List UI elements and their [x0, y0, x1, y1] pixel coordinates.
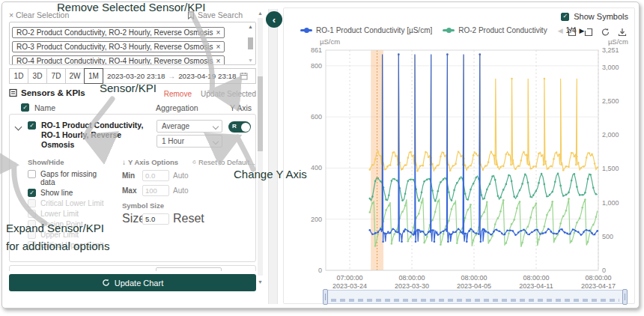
option-checkbox[interactable]: ✓ [28, 189, 36, 197]
chips-scrollbar[interactable]: ▲ ▼ [247, 24, 254, 63]
name-column-header: Name [34, 103, 55, 112]
right-axis-tick: 0 [602, 267, 606, 274]
chart-legend: RO-1 Product Conductivity [µS/cm]RO-2 Pr… [300, 26, 584, 34]
chart-range-navigator[interactable] [324, 290, 626, 304]
min-auto-label[interactable]: Auto [173, 171, 189, 180]
left-axis-tick: 0 [318, 267, 322, 274]
size-reset-button[interactable]: Reset [173, 212, 204, 225]
show-symbols-checkbox[interactable]: ✓ [561, 13, 569, 21]
sensor-chip[interactable]: RO-4 Product Conductivity, RO-4 Hourly, … [12, 55, 225, 65]
show-symbols-label: Show Symbols [574, 12, 628, 21]
panel-scroll-up-icon[interactable]: ▲ [257, 10, 264, 16]
reset-to-default-button[interactable]: Reset to Default... [192, 158, 255, 166]
collapse-panel-button[interactable]: ‹ [266, 11, 282, 28]
remove-link[interactable]: Remove [164, 90, 192, 98]
chips-scroll-thumb[interactable] [248, 37, 253, 49]
sensor-checkbox[interactable]: ✓ [28, 121, 36, 130]
clear-selection-button[interactable]: × Clear Selection [9, 10, 69, 19]
sensor-chip[interactable]: RO-2 Product Conductivity, RO-2 Hourly, … [12, 27, 225, 38]
option-checkbox[interactable] [28, 170, 36, 178]
x-tick-date: 2023-04-11 [519, 282, 553, 290]
right-axis-tick: 3,000 [602, 64, 619, 71]
right-axis-tick: 1,000 [602, 199, 619, 207]
selected-sensors-list: RO-2 Product Conductivity, RO-2 Hourly, … [9, 22, 256, 65]
legend-prev-icon[interactable]: ◀ [558, 27, 563, 34]
toggle-knob [241, 123, 250, 132]
zoom-select-icon[interactable] [568, 28, 577, 37]
update-chart-button[interactable]: Update Chart [9, 274, 256, 291]
select-all-checkbox[interactable]: ✓ [21, 103, 29, 112]
option-checkbox [28, 210, 36, 218]
sensor-row-ro1: ✓ RO-1 Product Conductivity, RO-1 Hourly… [9, 114, 256, 262]
option-checkbox-row: Lower Limit [28, 210, 118, 218]
refresh-chart-icon[interactable] [601, 28, 610, 37]
chips-scroll-up-icon[interactable]: ▲ [247, 24, 254, 29]
navigator-minichart [331, 299, 619, 302]
left-axis-tick: 600 [311, 113, 322, 121]
legend-marker [443, 29, 455, 31]
interval-select[interactable]: 1 Hour [157, 135, 222, 148]
option-checkbox-label: Critical Upper Limit [40, 241, 109, 249]
navigator-left-handle[interactable] [323, 289, 328, 305]
min-input[interactable] [142, 170, 169, 181]
collapse-row-chevron-icon[interactable] [16, 124, 22, 130]
left-axis-tick: 800 [311, 62, 322, 70]
legend-item[interactable]: RO-2 Product Conductivity [443, 26, 547, 34]
reset-icon [192, 159, 196, 165]
legend-label: RO-1 Product Conductivity [µS/cm] [316, 26, 432, 34]
range-button-2w[interactable]: 2W [65, 68, 85, 84]
zoom-reset-icon[interactable] [584, 28, 593, 37]
option-checkbox-label: Lower Limit [40, 210, 109, 218]
option-checkbox [28, 231, 36, 239]
x-tick-date: 2023-04-17 [581, 282, 616, 290]
x-tick-time: 08:00:00 [523, 274, 549, 282]
range-button-1d[interactable]: 1D [9, 68, 28, 84]
sensor-chip-label: RO-3 Product Conductivity, RO-3 Hourly, … [16, 43, 213, 51]
left-axis-tick: 200 [311, 216, 322, 223]
clear-icon: × [9, 10, 13, 19]
aggregation-select[interactable]: Average [157, 120, 222, 133]
sensor-chip[interactable]: RO-3 Product Conductivity, RO-3 Hourly, … [12, 41, 225, 52]
date-range-picker[interactable]: 2023-03-20 23:18 → 2023-04-19 23:18 [103, 68, 256, 84]
x-tick-time: 08:00:00 [399, 274, 425, 282]
panel-scroll-down-icon[interactable]: ▼ [257, 279, 264, 285]
yaxis-toggle[interactable]: R [228, 121, 251, 133]
show-hide-label: Show/Hide [28, 158, 64, 166]
date-arrow: → [168, 72, 175, 80]
range-button-1m[interactable]: 1M [84, 68, 103, 84]
save-search-button[interactable]: Save Search [187, 10, 243, 19]
option-checkbox-row: Critical Upper Limit [28, 241, 118, 249]
chip-remove-icon[interactable]: × [216, 43, 220, 51]
time-range-toolbar: 1D3D7D2W1M 2023-03-20 23:18 → 2023-04-19… [9, 68, 256, 84]
range-button-3d[interactable]: 3D [28, 68, 47, 84]
update-selected-link[interactable]: Update Selected [201, 90, 256, 98]
chip-remove-icon[interactable]: × [216, 57, 220, 65]
chips-scroll-down-icon[interactable]: ▼ [247, 58, 254, 63]
x-tick-date: 2023-03-30 [395, 282, 429, 290]
right-axis-tick: 2,000 [602, 131, 619, 139]
chip-remove-icon[interactable]: × [216, 28, 220, 37]
panel-scroll-thumb[interactable] [258, 76, 263, 151]
left-axis-unit: µS/cm [320, 38, 340, 46]
x-tick-time: 08:00:00 [461, 274, 487, 282]
option-checkbox-label: Critical Lower Limit [40, 199, 109, 207]
option-checkbox [28, 220, 36, 228]
sensor-config-panel: × Clear Selection Save Search RO-2 Produ… [6, 9, 264, 303]
conductivity-chart[interactable]: µS/cmµS/cm8613,251020040060080005001,000… [284, 38, 636, 290]
x-tick-time: 08:00:00 [585, 274, 611, 282]
range-button-7d[interactable]: 7D [46, 68, 66, 84]
legend-marker [300, 29, 312, 31]
date-from: 2023-03-20 23:18 [107, 72, 165, 80]
right-axis-tick: 500 [602, 233, 613, 240]
legend-item[interactable]: RO-1 Product Conductivity [µS/cm] [300, 26, 432, 34]
download-icon[interactable] [618, 28, 627, 37]
x-tick-date: 2023-03-24 [332, 282, 367, 290]
series-ro-3-product-conductivity [370, 55, 598, 171]
navigator-right-handle[interactable] [622, 289, 628, 305]
max-auto-label[interactable]: Auto [173, 186, 189, 195]
option-checkbox-label: Show line [40, 189, 109, 197]
yaxis-toggle-label: R [232, 123, 237, 130]
max-input[interactable] [142, 185, 169, 196]
size-input[interactable] [142, 213, 169, 225]
panel-scrollbar[interactable]: ▲ ▼ [257, 10, 264, 285]
